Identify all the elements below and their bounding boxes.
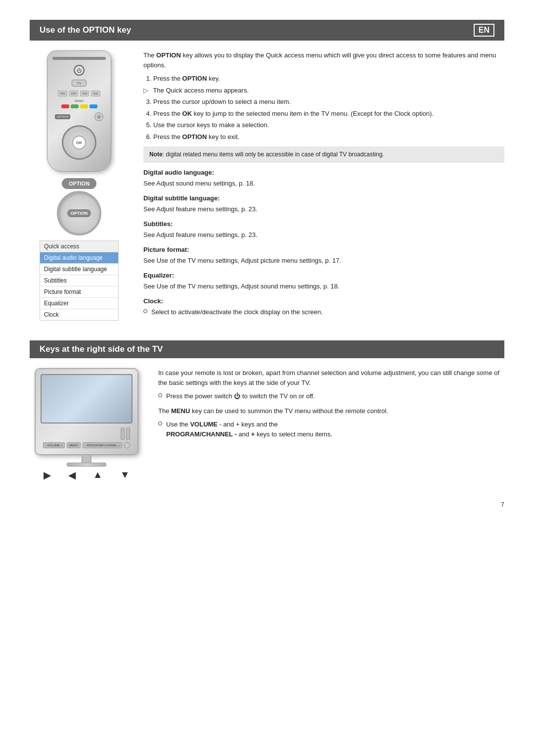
qa-item-clock: Clock — [40, 309, 118, 320]
note-box: Note: digital related menu items will on… — [143, 146, 504, 163]
subsection-subtitles-text: See Adjust feature menu settings, p. 23. — [143, 230, 504, 240]
arrow-right: ▶ — [44, 469, 51, 481]
volume-bullet-circle — [158, 422, 162, 425]
tv-side-btn2 — [126, 427, 130, 440]
tv-label: TV — [77, 82, 82, 85]
remote-top-bar — [52, 57, 106, 60]
step-1a: ▷ The Quick access menu appears. — [143, 86, 504, 95]
subsection-digital-subtitle-title: Digital subtitle language: — [143, 193, 504, 203]
section2-right-content: In case your remote is lost or broken, a… — [158, 368, 504, 481]
subsection-digital-audio-text: See Adjust sound menu settings, p. 18. — [143, 179, 504, 189]
remote-power-btn: ⏻ — [74, 65, 85, 76]
subsection-equalizer-text: See Use of the TV menu settings, Adjust … — [143, 282, 504, 291]
vcr-btn: VCR — [80, 91, 89, 96]
green-btn — [71, 104, 79, 108]
tv-screen — [41, 374, 133, 424]
subsection-subtitles-title: Subtitles: — [143, 219, 504, 229]
volume-bullet: Use the VOLUME - and + keys and the PROG… — [158, 420, 504, 439]
menu-ctrl: MENU — [67, 442, 81, 448]
tv-side-btns — [41, 427, 133, 440]
menu-text: The MENU key can be used to summon the T… — [158, 406, 504, 416]
demo-label: DEMO — [52, 99, 106, 102]
subsection-picture-format-title: Picture format: — [143, 245, 504, 255]
power-icon: ⏻ — [77, 68, 82, 73]
power-bullet: Press the power switch ⏻ to switch the T… — [158, 391, 504, 401]
step-1: Press the OPTION key. — [153, 74, 504, 84]
subsection-equalizer-title: Equalizer: — [143, 271, 504, 281]
step-4: Use the cursor keys to make a selection. — [153, 120, 504, 130]
program-ctrl: - PROGRAM/CHANNEL + — [83, 442, 122, 448]
section1-header: Use of the OPTION key EN — [30, 20, 504, 41]
option-ring-inner-label: OPTION — [67, 209, 91, 217]
section1-title: Use of the OPTION key — [40, 25, 131, 35]
remote-tv-btn: TV — [72, 80, 87, 87]
nav-ring: OK — [62, 125, 96, 160]
tv-side-btn1 — [121, 427, 125, 440]
arrow-down: ▼ — [120, 469, 130, 481]
color-bar — [52, 104, 106, 108]
arrow-up: ▲ — [93, 469, 103, 481]
section2-content: - VOLUME + MENU - PROGRAM/CHANNEL + ▶ ◀ … — [30, 368, 504, 481]
small-btn: ⊡ — [94, 112, 103, 121]
clock-bullet: Select to activate/deactivate the clock … — [143, 307, 504, 317]
power-bullet-circle — [158, 393, 162, 397]
option-ring: OPTION — [57, 191, 101, 236]
clock-bullet-circle — [143, 309, 147, 313]
qa-item-digital-audio: Digital audio language — [40, 252, 118, 264]
qa-header: Quick access — [40, 241, 118, 252]
section2-intro: In case your remote is lost or broken, a… — [158, 368, 504, 387]
qa-item-digital-subtitle: Digital subtitle language — [40, 264, 118, 275]
remote-illustration: ⏻ TV DVD STB VCR AUX DEMO OPTION ⊡ — [30, 50, 129, 321]
ok-btn: OK — [72, 136, 86, 149]
clock-bullet-text: Select to activate/deactivate the clock … — [151, 307, 323, 317]
subsection-digital-subtitle-text: See Adjust feature menu settings, p. 23. — [143, 204, 504, 214]
tv-stand-neck — [82, 455, 91, 463]
qa-item-subtitles: Subtitles — [40, 275, 118, 286]
tv-illustration: - VOLUME + MENU - PROGRAM/CHANNEL + ▶ ◀ … — [30, 368, 143, 481]
tv-bottom-controls: - VOLUME + MENU - PROGRAM/CHANNEL + — [41, 441, 133, 449]
step-3: Press the OK key to jump to the selected… — [153, 109, 504, 119]
tv-power-btn — [124, 442, 130, 448]
aux-btn: AUX — [91, 91, 100, 96]
section1-intro: The OPTION key allows you to display the… — [143, 50, 504, 70]
tv-stand-base — [67, 463, 106, 467]
indent-arrow: ▷ — [143, 87, 148, 94]
option-row: OPTION ⊡ — [52, 112, 106, 121]
subsection-picture-format-text: See Use of the TV menu settings, Adjust … — [143, 256, 504, 266]
qa-item-equalizer: Equalizer — [40, 298, 118, 309]
option-btn: OPTION — [55, 114, 70, 119]
qa-item-picture-format: Picture format — [40, 286, 118, 298]
section1-right-content: The OPTION key allows you to display the… — [143, 50, 504, 321]
blue-btn — [89, 104, 97, 108]
step-2: Press the cursor up/down to select a men… — [153, 97, 504, 107]
yellow-btn — [80, 104, 88, 108]
volume-ctrl: - VOLUME + — [43, 442, 65, 448]
subsection-clock-title: Clock: — [143, 296, 504, 306]
power-bullet-text: Press the power switch ⏻ to switch the T… — [166, 391, 315, 401]
arrow-left: ◀ — [68, 469, 76, 481]
section1-steps-list: Press the OPTION key. ▷ The Quick access… — [153, 74, 504, 142]
remote-body: ⏻ TV DVD STB VCR AUX DEMO OPTION ⊡ — [47, 50, 111, 172]
option-ring-label: OPTION — [62, 178, 96, 189]
red-btn — [61, 104, 69, 108]
section2-title: Keys at the right side of the TV — [40, 344, 163, 354]
quick-access-menu: Quick access Digital audio language Digi… — [40, 240, 119, 321]
section1-content: ⏻ TV DVD STB VCR AUX DEMO OPTION ⊡ — [30, 50, 504, 321]
remote-source-row: DVD STB VCR AUX — [52, 91, 106, 96]
stb-btn: STB — [69, 91, 78, 96]
dvd-btn: DVD — [58, 91, 67, 96]
page-number: 7 — [30, 501, 504, 508]
step-5: Press the OPTION key to exit. — [153, 132, 504, 142]
en-badge: EN — [474, 24, 494, 37]
section2-header: Keys at the right side of the TV — [30, 340, 504, 358]
tv-arrows: ▶ ◀ ▲ ▼ — [35, 469, 138, 481]
tv-body: - VOLUME + MENU - PROGRAM/CHANNEL + — [35, 368, 138, 455]
volume-bullet-text: Use the VOLUME - and + keys and the PROG… — [166, 420, 332, 439]
subsection-digital-audio-title: Digital audio language: — [143, 168, 504, 178]
